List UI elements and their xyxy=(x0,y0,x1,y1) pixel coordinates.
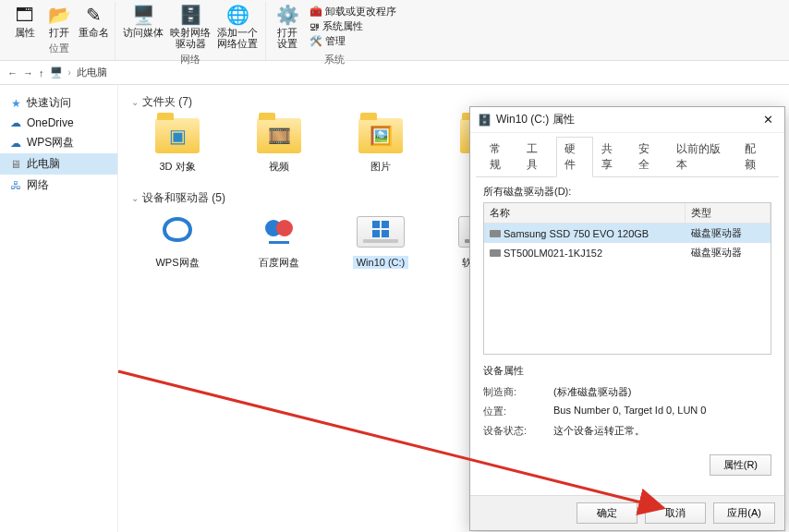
map-drive-label: 映射网络 驱动器 xyxy=(170,27,211,49)
open-button[interactable]: 📂 打开 xyxy=(43,2,75,40)
cloud-icon: ☁ xyxy=(9,137,22,150)
pc-icon: 🖥 xyxy=(9,158,22,171)
svg-rect-6 xyxy=(382,230,389,237)
group-label-location: 位置 xyxy=(49,42,69,55)
pc-icon: 🖥️ xyxy=(50,66,63,79)
rename-icon: ✎ xyxy=(82,4,104,26)
svg-point-1 xyxy=(276,220,293,236)
devprop-header: 设备属性 xyxy=(483,364,771,378)
properties-label: 属性 xyxy=(15,27,35,38)
tab-sharing[interactable]: 共享 xyxy=(593,137,630,177)
drive-baidu[interactable]: 百度网盘 xyxy=(246,212,312,270)
sidebar-item-quickaccess[interactable]: ★快速访问 xyxy=(0,92,117,114)
device-properties-button[interactable]: 属性(R) xyxy=(710,454,771,476)
add-netloc-button[interactable]: 🌐 添加一个 网络位置 xyxy=(215,2,260,51)
svg-rect-2 xyxy=(269,241,289,244)
dialog-body: 所有磁盘驱动器(D): 名称 类型 Samsung SSD 750 EVO 12… xyxy=(470,177,784,483)
col-type[interactable]: 类型 xyxy=(686,203,771,223)
address-bar[interactable]: ← → ↑ 🖥️ › 此电脑 xyxy=(0,61,789,85)
section-folders-title: 文件夹 (7) xyxy=(142,94,192,110)
svg-rect-3 xyxy=(372,221,380,228)
sidebar-label: OneDrive xyxy=(27,116,74,129)
tab-tools[interactable]: 工具 xyxy=(518,137,555,177)
media-icon: 🖥️ xyxy=(132,4,154,26)
dialog-footer: 确定 取消 应用(A) xyxy=(470,495,784,530)
tab-hardware[interactable]: 硬件 xyxy=(556,137,593,177)
tab-security[interactable]: 安全 xyxy=(630,137,667,177)
nav-up-icon[interactable]: ↑ xyxy=(39,67,44,79)
network-icon: 🖧 xyxy=(9,179,22,192)
windows-logo-icon xyxy=(372,221,389,237)
system-properties-button[interactable]: 🖳系统属性 xyxy=(310,19,396,33)
open-settings-button[interactable]: ⚙️ 打开 设置 xyxy=(272,2,303,51)
drive-label: WPS网盘 xyxy=(155,256,199,270)
chevron-down-icon: ⌄ xyxy=(131,97,139,107)
sidebar-label: 此电脑 xyxy=(27,156,60,172)
devprop-key: 设备状态: xyxy=(483,424,553,438)
col-name[interactable]: 名称 xyxy=(484,203,686,223)
folder-videos[interactable]: 🎞️ 视频 xyxy=(246,115,312,174)
sidebar-label: 快速访问 xyxy=(27,95,71,111)
folder-label: 3D 对象 xyxy=(159,160,195,174)
system-side-list: 🧰卸载或更改程序 🖳系统属性 🛠️管理 xyxy=(306,2,396,51)
dialog-titlebar[interactable]: 🗄️Win10 (C:) 属性 ✕ xyxy=(470,107,784,133)
drive-type: 磁盘驱动器 xyxy=(686,245,771,260)
sidebar-item-wps[interactable]: ☁WPS网盘 xyxy=(0,132,117,153)
folder-icon: 🖼️ xyxy=(355,115,407,156)
sysprop-icon: 🖳 xyxy=(310,21,320,32)
add-netloc-icon: 🌐 xyxy=(226,4,249,26)
drive-label: 百度网盘 xyxy=(259,256,299,270)
add-netloc-label: 添加一个 网络位置 xyxy=(217,27,258,49)
devprop-val: (标准磁盘驱动器) xyxy=(553,385,771,399)
drive-row[interactable]: ST500LM021-1KJ152 磁盘驱动器 xyxy=(484,243,771,262)
drive-win10c[interactable]: Win10 (C:) xyxy=(347,212,414,270)
nav-fwd-icon[interactable]: → xyxy=(23,67,33,79)
ribbon-group-system: ⚙️ 打开 设置 🧰卸载或更改程序 🖳系统属性 🛠️管理 系统 xyxy=(266,2,402,60)
sidebar-item-network[interactable]: 🖧网络 xyxy=(0,175,117,196)
rename-label: 重命名 xyxy=(79,27,109,38)
tab-general[interactable]: 常规 xyxy=(481,137,518,177)
devprop-val: 这个设备运转正常。 xyxy=(553,424,771,438)
nav-back-icon[interactable]: ← xyxy=(7,67,18,79)
svg-rect-4 xyxy=(382,221,389,228)
tab-quota[interactable]: 配额 xyxy=(736,137,773,177)
drive-row[interactable]: Samsung SSD 750 EVO 120GB 磁盘驱动器 xyxy=(484,224,771,243)
folder-icon: 🎞️ xyxy=(253,115,305,156)
media-access-button[interactable]: 🖥️ 访问媒体 xyxy=(121,2,165,51)
drive-label: Win10 (C:) xyxy=(353,256,409,269)
map-drive-button[interactable]: 🗄️ 映射网络 驱动器 xyxy=(168,2,212,51)
properties-dialog: 🗄️Win10 (C:) 属性 ✕ 常规 工具 硬件 共享 安全 以前的版本 配… xyxy=(469,106,785,531)
disk-icon xyxy=(490,230,501,237)
breadcrumb-thispc[interactable]: 此电脑 xyxy=(77,66,107,79)
svg-rect-5 xyxy=(372,230,380,237)
sidebar-label: 网络 xyxy=(27,177,49,193)
cloud-icon: ☁ xyxy=(9,116,22,129)
drives-listbox[interactable]: 名称 类型 Samsung SSD 750 EVO 120GB 磁盘驱动器 ST… xyxy=(483,202,771,355)
manage-icon: 🛠️ xyxy=(310,35,322,47)
uninstall-programs-button[interactable]: 🧰卸载或更改程序 xyxy=(310,5,396,18)
properties-button[interactable]: 🗔 属性 xyxy=(9,2,41,40)
open-icon: 📂 xyxy=(48,4,70,26)
close-button[interactable]: ✕ xyxy=(757,113,779,127)
cancel-button[interactable]: 取消 xyxy=(645,502,706,524)
folder-label: 图片 xyxy=(370,160,391,174)
folder-icon: ▣ xyxy=(152,115,203,156)
manage-button[interactable]: 🛠️管理 xyxy=(310,34,396,48)
breadcrumb-sep: › xyxy=(68,67,71,78)
apply-button[interactable]: 应用(A) xyxy=(713,502,775,524)
baidu-icon xyxy=(253,212,305,252)
tab-prev-versions[interactable]: 以前的版本 xyxy=(668,137,736,177)
uninstall-icon: 🧰 xyxy=(310,6,322,18)
folder-pictures[interactable]: 🖼️ 图片 xyxy=(347,115,414,174)
sidebar-item-thispc[interactable]: 🖥此电脑 xyxy=(0,153,117,175)
properties-icon: 🗔 xyxy=(14,4,36,26)
ribbon-group-network: 🖥️ 访问媒体 🗄️ 映射网络 驱动器 🌐 添加一个 网络位置 网络 xyxy=(115,2,266,60)
rename-button[interactable]: ✎ 重命名 xyxy=(78,2,109,40)
media-label: 访问媒体 xyxy=(123,27,164,38)
ok-button[interactable]: 确定 xyxy=(577,502,637,524)
drive-wps[interactable]: WPS网盘 xyxy=(144,212,211,270)
folder-3dobjects[interactable]: ▣ 3D 对象 xyxy=(144,115,211,174)
group-label-system: 系统 xyxy=(324,53,345,66)
drive-name: Samsung SSD 750 EVO 120GB xyxy=(504,228,649,239)
sidebar-item-onedrive[interactable]: ☁OneDrive xyxy=(0,114,117,132)
